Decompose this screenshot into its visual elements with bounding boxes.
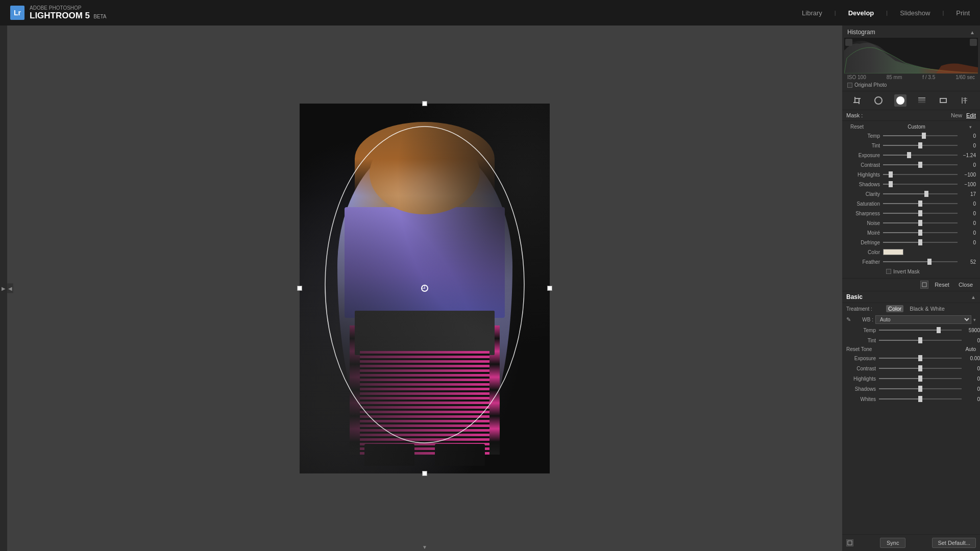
- radial-clarity-thumb[interactable]: [924, 191, 928, 197]
- handle-left[interactable]: [297, 286, 302, 291]
- wb-eyedropper-icon[interactable]: ✎: [846, 316, 851, 323]
- radial-noise-thumb[interactable]: [918, 220, 922, 226]
- basic-whites-slider[interactable]: [879, 398, 962, 399]
- basic-highlights-slider[interactable]: [879, 378, 962, 379]
- panel-bottom-icon[interactable]: [846, 539, 853, 546]
- radial-temp-thumb[interactable]: [922, 133, 926, 139]
- mask-label: Mask :: [846, 112, 863, 118]
- wb-select[interactable]: Auto: [875, 315, 971, 324]
- radial-tint-thumb[interactable]: [918, 142, 922, 148]
- original-photo-checkbox[interactable]: [847, 83, 852, 88]
- radial-defringe-slider[interactable]: [883, 242, 958, 243]
- basic-temp-slider[interactable]: [879, 330, 962, 331]
- histogram-clip-highlights-btn[interactable]: [970, 39, 977, 46]
- radial-highlights-row: Highlights −100: [846, 170, 976, 179]
- crop-tool-icon[interactable]: [851, 94, 863, 107]
- radial-exposure-thumb[interactable]: [907, 152, 911, 158]
- basic-contrast-thumb[interactable]: [918, 365, 922, 371]
- radial-color-swatch[interactable]: [883, 249, 903, 255]
- basic-whites-thumb[interactable]: [918, 396, 922, 402]
- radial-contrast-slider[interactable]: [883, 164, 958, 165]
- basic-shadows-thumb[interactable]: [918, 386, 922, 392]
- sync-btn[interactable]: Sync: [880, 538, 905, 548]
- radial-exposure-value: −1.24: [958, 153, 976, 158]
- feather-row: Feather 52: [846, 257, 976, 266]
- radial-contrast-thumb[interactable]: [918, 162, 922, 168]
- canvas-bottom-arrow[interactable]: ▼: [421, 543, 428, 551]
- left-collapse-btn[interactable]: ◀: [7, 284, 13, 293]
- original-photo-row: Original Photo: [844, 81, 978, 89]
- radial-temp-slider[interactable]: [883, 135, 958, 136]
- nav-print[interactable]: Print: [956, 9, 970, 17]
- histogram-clip-shadows-btn[interactable]: [845, 39, 852, 46]
- reset-tone-auto-btn[interactable]: Auto: [965, 346, 976, 352]
- adjustment-brush-icon[interactable]: [937, 94, 949, 107]
- radial-saturation-slider[interactable]: [883, 203, 958, 204]
- basic-expand-icon[interactable]: ▲: [971, 294, 976, 300]
- center-point[interactable]: [421, 285, 428, 292]
- reset-btn[interactable]: Reset: [932, 281, 952, 289]
- canvas-area: ▼ ◀: [7, 26, 842, 551]
- handle-right[interactable]: [547, 286, 552, 291]
- basic-exposure-fill: [879, 358, 920, 359]
- handle-top[interactable]: [422, 101, 427, 106]
- radial-exposure-slider[interactable]: [883, 155, 958, 156]
- feather-slider[interactable]: [883, 261, 958, 262]
- radial-clarity-slider[interactable]: [883, 193, 958, 194]
- panel-icon-btn[interactable]: [920, 281, 928, 289]
- radial-tint-slider[interactable]: [883, 145, 958, 146]
- radial-moire-slider[interactable]: [883, 232, 958, 233]
- treatment-bw-btn[interactable]: Black & White: [908, 305, 946, 312]
- photo-container: [300, 104, 550, 473]
- wb-dropdown-icon[interactable]: ▾: [973, 317, 976, 322]
- app-title-area: ADOBE PHOTOSHOP LIGHTROOM 5 BETA: [30, 5, 107, 21]
- radial-tint-row: Tint 0: [846, 141, 976, 150]
- radial-shadows-slider[interactable]: [883, 184, 958, 185]
- radial-highlights-slider[interactable]: [883, 174, 958, 175]
- mask-new-btn[interactable]: New: [951, 112, 962, 118]
- basic-temp-thumb[interactable]: [937, 327, 941, 333]
- custom-dropdown-icon[interactable]: ▾: [969, 124, 972, 130]
- radial-defringe-thumb[interactable]: [918, 239, 922, 245]
- graduated-filter-icon[interactable]: [916, 94, 928, 107]
- treatment-color-btn[interactable]: Color: [886, 305, 903, 312]
- svg-rect-2: [853, 102, 859, 103]
- radial-shadows-thumb[interactable]: [889, 181, 893, 187]
- spot-removal-icon[interactable]: [872, 94, 885, 107]
- radial-moire-label: Moiré: [846, 230, 883, 236]
- radial-highlights-thumb[interactable]: [889, 171, 893, 178]
- hsl-icon[interactable]: [959, 94, 971, 107]
- nav-library[interactable]: Library: [802, 9, 822, 17]
- set-default-btn[interactable]: Set Default...: [932, 538, 976, 548]
- histogram-expand-icon[interactable]: ▲: [970, 30, 975, 35]
- basic-exposure-slider[interactable]: [879, 358, 962, 359]
- radial-sharpness-row: Sharpness 0: [846, 209, 976, 218]
- basic-exposure-thumb[interactable]: [918, 355, 922, 361]
- basic-contrast-slider[interactable]: [879, 368, 962, 369]
- radial-exposure-label: Exposure: [846, 153, 883, 158]
- radial-saturation-thumb[interactable]: [918, 201, 922, 207]
- basic-contrast-label: Contrast: [842, 366, 879, 371]
- radial-noise-slider[interactable]: [883, 222, 958, 223]
- handle-bottom[interactable]: [422, 471, 427, 476]
- basic-tint-thumb[interactable]: [918, 337, 922, 343]
- radial-sharpness-slider[interactable]: [883, 213, 958, 214]
- radial-shadows-label: Shadows: [846, 182, 883, 187]
- feather-thumb[interactable]: [927, 259, 932, 265]
- basic-whites-label: Whites: [842, 396, 879, 402]
- mask-edit-btn[interactable]: Edit: [966, 112, 976, 118]
- close-btn[interactable]: Close: [955, 281, 976, 289]
- basic-tint-slider[interactable]: [879, 340, 962, 341]
- radial-sharpness-thumb[interactable]: [918, 210, 922, 216]
- invert-mask-checkbox[interactable]: [886, 269, 891, 274]
- basic-highlights-label: Highlights: [842, 376, 879, 382]
- basic-shadows-slider[interactable]: [879, 388, 962, 389]
- basic-highlights-thumb[interactable]: [918, 375, 922, 382]
- svg-rect-6: [918, 99, 925, 101]
- nav-slideshow[interactable]: Slideshow: [900, 9, 930, 17]
- histogram-title: Histogram: [847, 29, 875, 36]
- radial-filter-icon[interactable]: [894, 94, 906, 107]
- nav-develop[interactable]: Develop: [848, 9, 874, 17]
- radial-moire-thumb[interactable]: [918, 230, 922, 236]
- left-panel-toggle[interactable]: ▶: [0, 26, 7, 551]
